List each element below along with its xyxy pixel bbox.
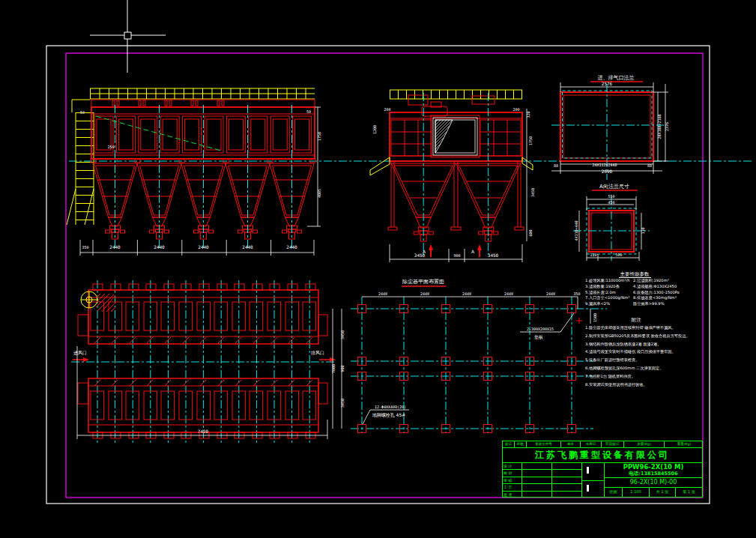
sig-label: 设 计: [503, 463, 522, 469]
foundation-dim-lines: [333, 297, 590, 429]
sig-cell: [522, 463, 552, 469]
dim-side-320: 320: [526, 111, 530, 118]
dim-fnd-3450a: 3450: [340, 330, 345, 339]
dim-front-1750: 1750: [317, 132, 321, 141]
plan-outlet-label: 排风口: [311, 350, 324, 356]
sheet-count: 共 1 张: [650, 488, 676, 498]
note-item: 2.制作安装按GB50205及本图样要求 验收合格后方可投运。: [585, 332, 687, 340]
date-cell: [552, 484, 581, 490]
title-block-header-row: 标记 处数 更改文件号 签名 年月日 阶段标记 质量(Kg) 重量(Kg): [503, 441, 702, 448]
flange-dim-lines: [551, 82, 668, 174]
note-item: 6.地脚螺栓预留孔深600mm 二次灌浆固定。: [585, 364, 687, 372]
param-value: 8.排放浓度<30mg/Nm³: [633, 295, 677, 301]
fnd-bolt-note-1: 12-Φ40X400(20): [375, 405, 406, 409]
stamp-box: [582, 481, 604, 498]
plan-inlet-hatch: [96, 294, 115, 312]
dim-flange-2690: 2690: [602, 169, 613, 174]
note-item: 3.钢结构件除锈后涂防锈底漆2遍 面漆2遍。: [585, 340, 687, 348]
dim-side-1750: 1750: [528, 136, 533, 145]
dim-side-200r: 200: [512, 107, 519, 112]
param-value: 2.过滤面积:1920m²: [633, 278, 669, 284]
dim-flange-88r: 88: [647, 163, 652, 168]
param-row: 5.滤袋长度:2.0m6.设备阻力:1300-1500Pa: [585, 290, 684, 296]
side-body: [388, 112, 524, 241]
phone-number: 电话:13815845506: [605, 471, 702, 477]
cad-canvas[interactable]: 50 50 250 350 2440 2440 2440 2440 2440 1…: [0, 0, 756, 538]
sig-cell: [522, 477, 552, 483]
dim-flange-2576: 2576: [602, 81, 613, 86]
dim-front-pitch-3: 2440: [198, 244, 209, 250]
company-name: 江苏飞鹏重型设备有限公司: [503, 448, 702, 463]
sig-label: 批 准: [503, 492, 522, 498]
foundation-plan: 除尘器平面布置图 2440 2440 2440 2440 2440 350 34…: [331, 279, 607, 433]
dim-flange-pitch-r: 20X108=2160: [657, 114, 662, 139]
foundation-title: 除尘器平面布置图: [402, 279, 444, 285]
dim-front-4085: 4085: [317, 189, 321, 198]
product-model: PPW96-2X(10 M): [605, 463, 702, 471]
dim-flange-88l: 88: [554, 163, 558, 168]
param-row: 1.处理风量:110000m³/h2.过滤面积:1920m²: [585, 278, 684, 284]
dim-aflange-550: 550: [608, 194, 614, 199]
dim-flange-2376: 2376: [665, 122, 669, 131]
sig-label: 审 核: [503, 477, 522, 483]
param-value: 4.滤袋规格:Φ130X2450: [633, 284, 677, 290]
a-flange-title: A向法兰尺寸: [599, 184, 629, 190]
dim-aflange-110b: 110: [590, 253, 596, 257]
performance-parameters: 主要性能参数 1.处理风量:110000m³/h2.过滤面积:1920m² 3.…: [585, 271, 684, 307]
dim-side-600: 600: [528, 229, 533, 236]
title-block: 标记 处数 更改文件号 签名 年月日 阶段标记 质量(Kg) 重量(Kg) 江苏…: [502, 441, 703, 498]
foundation-row-lines: [351, 309, 607, 429]
dim-aflange-450: 450: [608, 200, 614, 205]
header-cell: 更改文件号: [527, 441, 561, 447]
dim-fnd-7800: 7800: [331, 364, 336, 373]
dim-side-200l: 200: [384, 107, 390, 112]
front-railing: [67, 88, 315, 225]
sig-label: 校 对: [503, 470, 522, 476]
date-cell: [552, 463, 581, 469]
dim-front-pitch-5: 2440: [286, 244, 297, 250]
dim-side-b1: 3450: [414, 253, 426, 258]
sheet-number: 第 1 张: [676, 488, 702, 498]
dim-fnd-900: 900: [340, 365, 345, 372]
header-cell: 重量(Kg): [665, 441, 704, 447]
dim-fnd-3450b: 3450: [340, 399, 345, 408]
dim-plan-7420: 7420: [198, 429, 209, 434]
product-cell: PPW96-2X(10 M) 电话:13815845506: [605, 463, 702, 478]
stamp-mark: [587, 467, 589, 474]
parameters-title: 主要性能参数: [585, 271, 684, 278]
side-inlet-hatch: [433, 118, 477, 155]
note-item: 5.设备出厂前进行预组装检查。: [585, 356, 687, 364]
note-item: 4.滤袋与袋笼安装时不得碰伤 袋口压接须平整牢固。: [585, 348, 687, 356]
fnd-pad-note-1: 2-300X200X15: [527, 327, 554, 331]
dim-front-350: 350: [82, 245, 88, 250]
param-value: 3.滤袋数量:1920条: [585, 284, 633, 290]
dim-front-50-right: 50: [306, 109, 311, 114]
dim-aflange-110r: 110: [641, 227, 645, 234]
dim-aflange-500: 500: [615, 253, 622, 257]
param-value: 5.滤袋长度:2.0m: [585, 290, 633, 296]
dim-front-pitch-4: 2440: [242, 244, 253, 250]
date-cell: [552, 470, 581, 476]
scale-label: 比例: [605, 488, 623, 498]
plan-view: 进风口 排风口 7420: [71, 280, 336, 444]
dim-front-250: 250: [107, 145, 114, 149]
dim-side-b2: 900: [453, 253, 460, 258]
dim-front-50-left: 50: [80, 110, 85, 115]
dim-flange-pitch-b: 24X112=2448: [592, 163, 617, 167]
a-flange-view: A向法兰尺寸 550 450 4X110=440 110 500 110: [573, 184, 650, 261]
plan-inlet-label: 进风口: [73, 350, 87, 356]
dim-aflange-pitch: 4X110=440: [574, 220, 578, 241]
param-row: 9.漏风率<2%除尘效率>99.9%: [585, 301, 684, 307]
header-cell: 处数: [515, 441, 527, 447]
dim-fnd-pitch-3: 2440: [462, 291, 471, 296]
stage-mark-column: [582, 463, 605, 498]
sig-label: 工 艺: [503, 484, 522, 490]
title-block-bottom-row: 比例 1:100 共 1 张 第 1 张: [605, 488, 702, 498]
dim-fnd-350: 350: [573, 291, 580, 296]
front-body: [91, 100, 315, 239]
param-value: 7.入口含尘<1000g/Nm³: [585, 295, 633, 301]
dim-front-pitch-1: 2440: [109, 244, 121, 250]
param-value: 6.设备阻力:1300-1500Pa: [633, 290, 680, 296]
technical-notes: 附注 1.除尘器壳体焊缝采用连续密封焊 确保严密不漏风。 2.制作安装按GB50…: [585, 316, 687, 388]
header-cell: 签名: [561, 441, 581, 447]
